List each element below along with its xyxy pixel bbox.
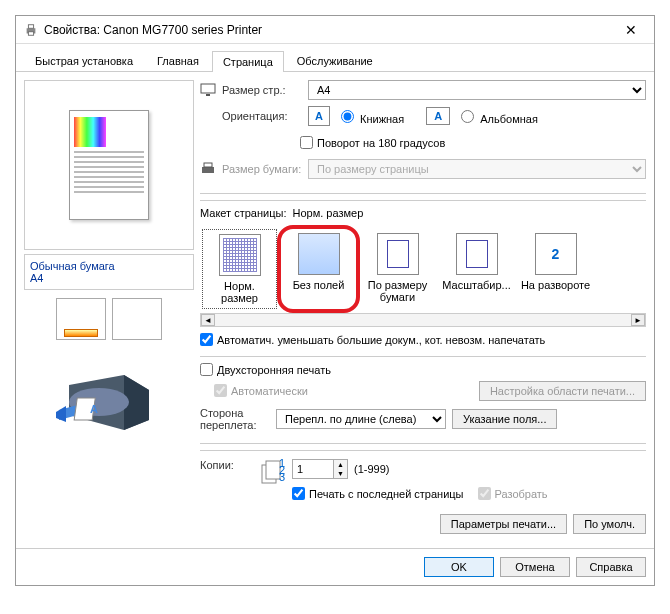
svg-text:3: 3: [279, 471, 285, 483]
content-area: Обычная бумага A4 A: [16, 72, 654, 548]
ok-button[interactable]: OK: [424, 557, 494, 577]
rotate-180-checkbox[interactable]: Поворот на 180 градусов: [300, 136, 445, 149]
page-size-label: Размер стр.:: [222, 84, 302, 96]
scroll-right-arrow[interactable]: ►: [631, 314, 645, 326]
layout-borderless-icon: [298, 233, 340, 275]
monitor-icon: [200, 83, 216, 97]
copies-spinner[interactable]: ▲▼: [292, 459, 348, 479]
layout-items: Норм. размер Без полей По размеру бумаги…: [200, 225, 646, 313]
layout-section: Макет страницы: Норм. размер Норм. разме…: [200, 200, 646, 357]
media-thumb-color[interactable]: [56, 298, 106, 340]
window-title: Свойства: Canon MG7700 series Printer: [44, 23, 616, 37]
duplex-checkbox[interactable]: Двухсторонняя печать: [200, 363, 646, 376]
layout-spread[interactable]: 2 На развороте: [518, 229, 593, 309]
svg-rect-7: [206, 94, 210, 96]
layout-scrollbar[interactable]: ◄ ►: [200, 313, 646, 327]
copies-down[interactable]: ▼: [333, 469, 347, 478]
auto-shrink-checkbox[interactable]: Автоматич. уменьшать большие докум., кот…: [200, 333, 646, 346]
layout-scale[interactable]: Масштабир...: [439, 229, 514, 309]
defaults-button[interactable]: По умолч.: [573, 514, 646, 534]
orientation-label: Ориентация:: [222, 110, 302, 122]
binding-select[interactable]: Перепл. по длине (слева): [276, 409, 446, 429]
close-button[interactable]: ✕: [616, 22, 646, 38]
tab-page[interactable]: Страница: [212, 51, 284, 72]
paper-size-select: По размеру страницы: [308, 159, 646, 179]
layout-fit-icon: [377, 233, 419, 275]
layout-spread-icon: 2: [535, 233, 577, 275]
svg-rect-6: [201, 84, 215, 93]
dialog-footer: OK Отмена Справка: [16, 548, 654, 585]
layout-fit[interactable]: По размеру бумаги: [360, 229, 435, 309]
collate-checkbox: Разобрать: [478, 487, 548, 500]
svg-rect-11: [266, 461, 280, 479]
printer-small-icon: [200, 162, 216, 176]
copies-icon: 123: [256, 459, 286, 487]
tab-bar: Быстрая установка Главная Страница Обслу…: [16, 44, 654, 72]
svg-rect-2: [28, 31, 33, 35]
titlebar: Свойства: Canon MG7700 series Printer ✕: [16, 16, 654, 44]
landscape-icon: A: [426, 107, 450, 125]
printer-illustration: A: [24, 350, 194, 440]
tab-quick-setup[interactable]: Быстрая установка: [24, 50, 144, 71]
svg-rect-1: [28, 24, 33, 28]
orientation-landscape[interactable]: Альбомная: [456, 107, 538, 125]
print-area-button: Настройка области печати...: [479, 381, 646, 401]
paper-size-label: Размер бумаги:: [222, 163, 302, 175]
svg-rect-9: [204, 163, 212, 167]
page-preview: [24, 80, 194, 250]
print-params-button[interactable]: Параметры печати...: [440, 514, 567, 534]
layout-normal[interactable]: Норм. размер: [202, 229, 277, 309]
tab-main[interactable]: Главная: [146, 50, 210, 71]
paper-type-label: Обычная бумага: [30, 260, 188, 272]
paper-size-label: A4: [30, 272, 188, 284]
paper-info: Обычная бумага A4: [24, 254, 194, 290]
dialog-window: Свойства: Canon MG7700 series Printer ✕ …: [15, 15, 655, 586]
printer-icon: [24, 23, 38, 37]
right-panel: Размер стр.: A4 Ориентация: A Книжная A …: [200, 80, 646, 540]
help-button[interactable]: Справка: [576, 557, 646, 577]
duplex-auto-checkbox: Автоматически: [214, 384, 308, 397]
layout-current: Норм. размер: [292, 207, 363, 219]
layout-scale-icon: [456, 233, 498, 275]
cancel-button[interactable]: Отмена: [500, 557, 570, 577]
left-panel: Обычная бумага A4 A: [24, 80, 194, 540]
portrait-icon: A: [308, 106, 330, 126]
scroll-left-arrow[interactable]: ◄: [201, 314, 215, 326]
layout-borderless[interactable]: Без полей: [281, 229, 356, 309]
media-thumbs: [24, 298, 194, 340]
reverse-order-checkbox[interactable]: Печать с последней страницы: [292, 487, 464, 500]
copies-range: (1-999): [354, 463, 389, 475]
page-thumb: [69, 110, 149, 220]
layout-normal-icon: [219, 234, 261, 276]
svg-rect-8: [202, 167, 214, 173]
page-size-select[interactable]: A4: [308, 80, 646, 100]
margin-button[interactable]: Указание поля...: [452, 409, 557, 429]
copies-input[interactable]: [293, 460, 333, 478]
rainbow-swatch: [74, 117, 106, 147]
orientation-portrait[interactable]: Книжная: [336, 107, 404, 125]
media-thumb-plain[interactable]: [112, 298, 162, 340]
copies-label: Копии:: [200, 459, 250, 471]
binding-label: Сторона переплета:: [200, 407, 270, 431]
copies-up[interactable]: ▲: [333, 460, 347, 469]
svg-text:A: A: [90, 403, 98, 415]
layout-label: Макет страницы:: [200, 207, 286, 219]
tab-maintenance[interactable]: Обслуживание: [286, 50, 384, 71]
